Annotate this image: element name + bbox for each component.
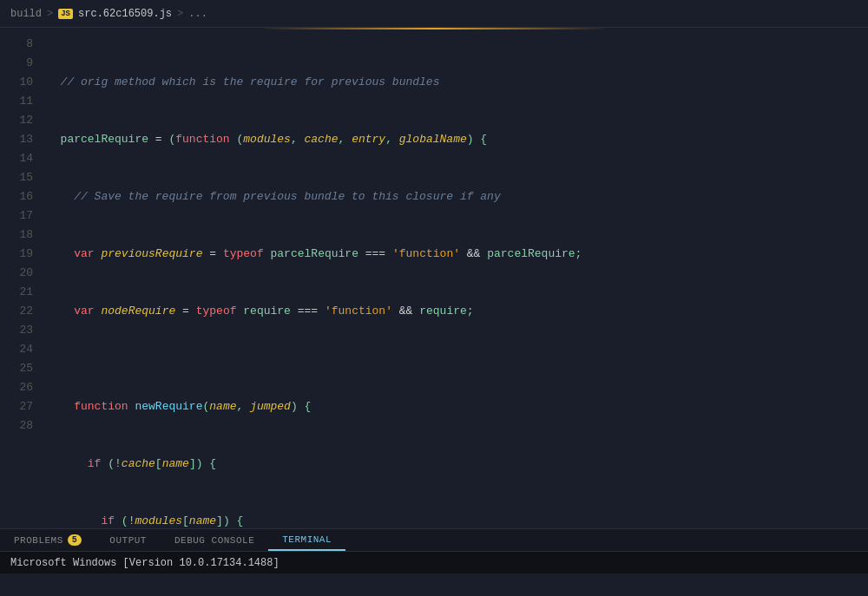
- line-num-27: 27: [0, 397, 33, 416]
- line-num-25: 25: [0, 359, 33, 378]
- line-num-21: 21: [0, 283, 33, 302]
- breadcrumb-sep1: >: [47, 8, 53, 20]
- line-num-12: 12: [0, 111, 33, 130]
- terminal-output: Microsoft Windows [Version 10.0.17134.14…: [0, 551, 868, 573]
- js-icon: JS: [58, 9, 73, 19]
- code-line-12: var nodeRequire = typeof require === 'fu…: [47, 302, 868, 321]
- code-lines: // orig method which is the require for …: [40, 33, 868, 528]
- tab-debug-console[interactable]: DEBUG CONSOLE: [161, 529, 268, 551]
- breadcrumb-sep2: >: [177, 8, 183, 20]
- code-line-15: if (!cache[name]) {: [47, 455, 868, 474]
- line-num-28: 28: [0, 416, 33, 436]
- code-line-9: parcelRequire = (function (modules, cach…: [47, 130, 868, 149]
- breadcrumb: build > JS src.62c16509.js > ...: [10, 8, 207, 20]
- breadcrumb-dots: ...: [188, 8, 207, 20]
- line-num-10: 10: [0, 73, 33, 92]
- tab-output[interactable]: OUTPUT: [95, 529, 161, 551]
- code-line-8: // orig method which is the require for …: [47, 73, 868, 92]
- problems-badge: 5: [68, 534, 82, 546]
- line-num-23: 23: [0, 321, 33, 340]
- terminal-text: Microsoft Windows [Version 10.0.17134.14…: [10, 557, 279, 569]
- bottom-tabs: PROBLEMS 5 OUTPUT DEBUG CONSOLE TERMINAL: [0, 528, 868, 551]
- title-bar: build > JS src.62c16509.js > ...: [0, 0, 868, 28]
- line-num-17: 17: [0, 206, 33, 226]
- code-line-16: if (!modules[name]) {: [47, 512, 868, 528]
- tab-debug-label: DEBUG CONSOLE: [174, 535, 254, 546]
- code-editor: 8 9 10 11 12 13 14 15 16 17 18 19 20 21 …: [0, 29, 868, 528]
- code-line-14: function newRequire(name, jumped) {: [47, 397, 868, 416]
- tab-problems-label: PROBLEMS: [14, 535, 63, 546]
- line-num-26: 26: [0, 378, 33, 397]
- code-line-11: var previousRequire = typeof parcelRequi…: [47, 245, 868, 264]
- breadcrumb-filename: src.62c16509.js: [78, 8, 172, 20]
- line-num-8: 8: [0, 35, 33, 54]
- line-num-9: 9: [0, 54, 33, 73]
- line-num-19: 19: [0, 245, 33, 264]
- breadcrumb-build: build: [10, 8, 42, 20]
- tab-terminal-label: TERMINAL: [282, 534, 332, 545]
- line-num-20: 20: [0, 264, 33, 283]
- tab-problems[interactable]: PROBLEMS 5: [0, 529, 95, 551]
- line-numbers: 8 9 10 11 12 13 14 15 16 17 18 19 20 21 …: [0, 33, 40, 528]
- line-num-11: 11: [0, 92, 33, 111]
- line-num-13: 13: [0, 130, 33, 149]
- line-num-22: 22: [0, 302, 33, 321]
- line-num-15: 15: [0, 168, 33, 187]
- line-num-24: 24: [0, 340, 33, 359]
- tab-terminal[interactable]: TERMINAL: [268, 529, 345, 551]
- code-line-10: // Save the require from previous bundle…: [47, 187, 868, 206]
- line-num-14: 14: [0, 149, 33, 168]
- tab-output-label: OUTPUT: [109, 535, 147, 546]
- line-num-18: 18: [0, 226, 33, 245]
- line-num-16: 16: [0, 187, 33, 206]
